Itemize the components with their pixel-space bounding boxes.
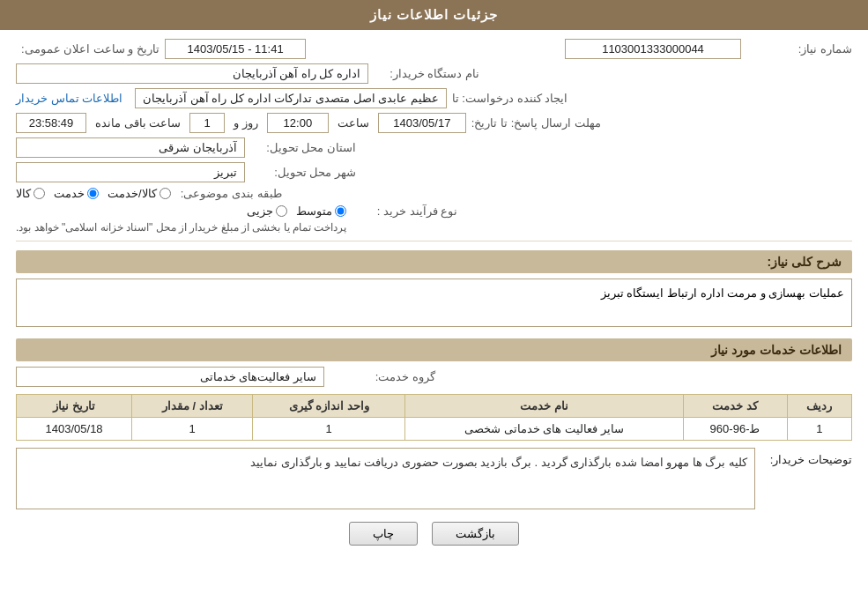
col-quantity: تعداد / مقدار: [132, 395, 253, 418]
row-deadline: مهلت ارسال پاسخ: تا تاریخ: 1403/05/17 سا…: [16, 113, 852, 133]
province-label: استان محل تحویل:: [250, 141, 356, 154]
section-need-description: شرح کلی نیاز:: [16, 250, 852, 273]
service-group-value: سایر فعالیت‌های خدماتی: [16, 367, 324, 387]
need-number-value: 1103001333000044: [565, 39, 741, 59]
announcement-label: تاریخ و ساعت اعلان عمومی:: [21, 42, 160, 56]
purchase-type-note: پرداخت تمام یا بخشی از مبلغ خریدار از مح…: [16, 219, 346, 235]
city-label: شهر محل تحویل:: [250, 166, 356, 179]
deadline-date: 1403/05/17: [378, 113, 466, 133]
divider1: [16, 241, 852, 241]
cell-unit: 1: [253, 418, 405, 441]
deadline-time-label: ساعت: [338, 116, 369, 130]
service-group-label: گروه خدمت:: [330, 370, 435, 383]
category-kala[interactable]: کالا: [16, 187, 45, 200]
deadline-label: مهلت ارسال پاسخ: تا تاریخ:: [471, 116, 601, 130]
row-province: استان محل تحویل: آذربایجان شرقی: [16, 137, 852, 158]
services-table: ردیف کد خدمت نام خدمت واحد اندازه گیری ت…: [16, 394, 852, 441]
cell-name: سایر فعالیت های خدماتی شخصی: [405, 418, 683, 441]
need-number-label: شماره نیاز:: [746, 42, 852, 56]
category-label: طبقه بندی موضوعی:: [176, 187, 282, 200]
print-button[interactable]: چاپ: [349, 522, 418, 546]
row-need-number: شماره نیاز: 1103001333000044 1403/05/15 …: [16, 39, 852, 59]
cell-code: ط-96-960: [683, 418, 787, 441]
row-category: طبقه بندی موضوعی: کالا/خدمت خدمت کالا: [16, 187, 852, 200]
main-content: شماره نیاز: 1103001333000044 1403/05/15 …: [0, 30, 868, 563]
buyer-org-value: اداره کل راه آهن آذربایجان: [16, 63, 368, 84]
creator-value: عظیم عابدی اصل متصدی تدارکات اداره کل را…: [135, 88, 447, 108]
row-buyer-notes: توضیحات خریدار: كلیه برگ ها مهرو امضا شد…: [16, 448, 852, 509]
deadline-remaining: 23:58:49: [16, 113, 86, 133]
deadline-remaining-label: ساعت باقی مانده: [95, 116, 181, 130]
col-name: نام خدمت: [405, 395, 683, 418]
deadline-time: 12:00: [267, 113, 329, 133]
page-title: جزئیات اطلاعات نیاز: [370, 7, 498, 22]
col-unit: واحد اندازه گیری: [253, 395, 405, 418]
category-khadamat[interactable]: خدمت: [54, 187, 99, 200]
contact-link[interactable]: اطلاعات تماس خریدار: [16, 92, 122, 105]
page-header: جزئیات اطلاعات نیاز: [0, 0, 868, 30]
col-row: ردیف: [787, 395, 851, 418]
purchase-motevaset[interactable]: متوسط: [296, 204, 346, 218]
row-creator: ایجاد کننده درخواست: تا عظیم عابدی اصل م…: [16, 88, 852, 108]
back-button[interactable]: بازگشت: [432, 522, 519, 546]
row-buyer-org: نام دستگاه خریدار: اداره کل راه آهن آذرب…: [16, 63, 852, 84]
cell-quantity: 1: [132, 418, 253, 441]
province-value: آذربایجان شرقی: [16, 137, 245, 158]
deadline-days: 1: [189, 113, 225, 133]
purchase-type-radio-group: متوسط جزیی: [247, 204, 346, 218]
buyer-notes-textarea[interactable]: كلیه برگ ها مهرو امضا شده بارگذاری گردید…: [16, 448, 755, 509]
row-service-group: گروه خدمت: سایر فعالیت‌های خدماتی: [16, 367, 852, 387]
announcement-value: 1403/05/15 - 11:41: [165, 39, 306, 59]
description-wrapper: عملیات بهسازی و مرمت اداره ارتباط ایستگا…: [16, 279, 852, 330]
section-services: اطلاعات خدمات مورد نیاز: [16, 338, 852, 361]
col-date: تاریخ نیاز: [17, 395, 132, 418]
row-city: شهر محل تحویل: تبریز: [16, 162, 852, 182]
cell-date: 1403/05/18: [17, 418, 132, 441]
buyer-org-label: نام دستگاه خریدار:: [374, 67, 479, 80]
description-textarea[interactable]: عملیات بهسازی و مرمت اداره ارتباط ایستگا…: [16, 279, 852, 327]
category-radio-group: کالا/خدمت خدمت کالا: [16, 187, 171, 200]
row-purchase-type: نوع فرآیند خرید : متوسط جزیی پرداخت تمام…: [16, 204, 852, 235]
buttons-row: بازگشت چاپ: [16, 522, 852, 546]
buyer-notes-label: توضیحات خریدار:: [755, 448, 852, 466]
category-kala-khadamat[interactable]: کالا/خدمت: [108, 187, 171, 200]
page-wrapper: جزئیات اطلاعات نیاز شماره نیاز: 11030013…: [0, 0, 868, 609]
purchase-type-label: نوع فرآیند خرید :: [352, 204, 457, 218]
deadline-days-label: روز و: [234, 116, 258, 130]
purchase-jozei[interactable]: جزیی: [247, 204, 287, 218]
creator-label: ایجاد کننده درخواست: تا: [452, 92, 568, 105]
table-row: 1 ط-96-960 سایر فعالیت های خدماتی شخصی 1…: [17, 418, 852, 441]
col-code: کد خدمت: [683, 395, 787, 418]
city-value: تبریز: [16, 162, 245, 182]
cell-row: 1: [787, 418, 851, 441]
